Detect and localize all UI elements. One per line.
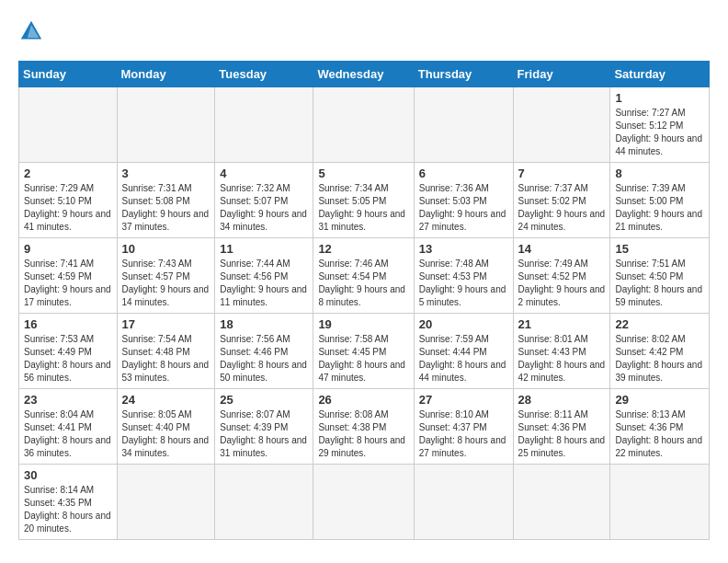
day-number: 4 bbox=[220, 167, 308, 180]
day-number: 13 bbox=[419, 242, 508, 256]
calendar-cell bbox=[513, 87, 610, 163]
day-info: Sunrise: 7:44 AM Sunset: 4:56 PM Dayligh… bbox=[220, 258, 308, 309]
day-number: 24 bbox=[122, 393, 210, 407]
calendar-cell: 13Sunrise: 7:48 AM Sunset: 4:53 PM Dayli… bbox=[414, 238, 513, 314]
calendar-header-wednesday: Wednesday bbox=[313, 62, 414, 87]
day-number: 26 bbox=[318, 393, 408, 407]
calendar-cell: 30Sunrise: 8:14 AM Sunset: 4:35 PM Dayli… bbox=[19, 465, 118, 540]
day-number: 23 bbox=[24, 393, 112, 407]
day-info: Sunrise: 8:01 AM Sunset: 4:43 PM Dayligh… bbox=[518, 333, 606, 385]
calendar-cell: 20Sunrise: 7:59 AM Sunset: 4:44 PM Dayli… bbox=[414, 314, 513, 389]
calendar-cell: 28Sunrise: 8:11 AM Sunset: 4:36 PM Dayli… bbox=[513, 389, 610, 465]
day-number: 16 bbox=[24, 317, 112, 331]
day-number: 12 bbox=[318, 242, 408, 256]
calendar-cell: 26Sunrise: 8:08 AM Sunset: 4:38 PM Dayli… bbox=[313, 389, 414, 465]
day-number: 1 bbox=[615, 91, 704, 105]
calendar-cell: 6Sunrise: 7:36 AM Sunset: 5:03 PM Daylig… bbox=[414, 163, 513, 238]
day-info: Sunrise: 7:53 AM Sunset: 4:49 PM Dayligh… bbox=[24, 333, 112, 385]
calendar-cell bbox=[215, 87, 313, 163]
day-info: Sunrise: 7:37 AM Sunset: 5:02 PM Dayligh… bbox=[518, 182, 606, 234]
calendar-header-tuesday: Tuesday bbox=[215, 62, 313, 87]
calendar-cell bbox=[610, 465, 710, 540]
day-number: 7 bbox=[518, 167, 606, 180]
calendar-cell bbox=[313, 87, 414, 163]
day-info: Sunrise: 7:41 AM Sunset: 4:59 PM Dayligh… bbox=[24, 258, 112, 309]
calendar-cell: 23Sunrise: 8:04 AM Sunset: 4:41 PM Dayli… bbox=[19, 389, 118, 465]
calendar-cell: 14Sunrise: 7:49 AM Sunset: 4:52 PM Dayli… bbox=[513, 238, 610, 314]
day-info: Sunrise: 7:59 AM Sunset: 4:44 PM Dayligh… bbox=[419, 333, 508, 385]
calendar-cell: 19Sunrise: 7:58 AM Sunset: 4:45 PM Dayli… bbox=[313, 314, 414, 389]
calendar-cell bbox=[117, 87, 215, 163]
calendar-header-friday: Friday bbox=[513, 62, 610, 87]
day-info: Sunrise: 8:11 AM Sunset: 4:36 PM Dayligh… bbox=[518, 408, 606, 460]
day-number: 28 bbox=[518, 393, 606, 407]
day-info: Sunrise: 7:39 AM Sunset: 5:00 PM Dayligh… bbox=[615, 182, 704, 234]
day-info: Sunrise: 7:34 AM Sunset: 5:05 PM Dayligh… bbox=[318, 182, 408, 234]
day-number: 22 bbox=[615, 317, 704, 331]
calendar-cell: 17Sunrise: 7:54 AM Sunset: 4:48 PM Dayli… bbox=[117, 314, 215, 389]
day-info: Sunrise: 7:56 AM Sunset: 4:46 PM Dayligh… bbox=[220, 333, 308, 385]
calendar-header-row: SundayMondayTuesdayWednesdayThursdayFrid… bbox=[19, 62, 710, 87]
calendar-cell: 1Sunrise: 7:27 AM Sunset: 5:12 PM Daylig… bbox=[610, 87, 710, 163]
calendar-week-row: 9Sunrise: 7:41 AM Sunset: 4:59 PM Daylig… bbox=[19, 238, 710, 314]
day-info: Sunrise: 7:36 AM Sunset: 5:03 PM Dayligh… bbox=[419, 182, 508, 234]
day-number: 6 bbox=[419, 167, 508, 180]
calendar-cell: 3Sunrise: 7:31 AM Sunset: 5:08 PM Daylig… bbox=[117, 163, 215, 238]
calendar-cell bbox=[414, 465, 513, 540]
day-info: Sunrise: 8:08 AM Sunset: 4:38 PM Dayligh… bbox=[318, 408, 408, 460]
calendar-cell: 24Sunrise: 8:05 AM Sunset: 4:40 PM Dayli… bbox=[117, 389, 215, 465]
calendar-week-row: 16Sunrise: 7:53 AM Sunset: 4:49 PM Dayli… bbox=[19, 314, 710, 389]
day-info: Sunrise: 7:29 AM Sunset: 5:10 PM Dayligh… bbox=[24, 182, 112, 234]
day-info: Sunrise: 8:10 AM Sunset: 4:37 PM Dayligh… bbox=[419, 408, 508, 460]
day-number: 8 bbox=[615, 167, 704, 180]
calendar-cell: 29Sunrise: 8:13 AM Sunset: 4:36 PM Dayli… bbox=[610, 389, 710, 465]
calendar-cell bbox=[117, 465, 215, 540]
day-number: 25 bbox=[220, 393, 308, 407]
calendar-cell bbox=[513, 465, 610, 540]
logo bbox=[18, 18, 48, 46]
calendar-week-row: 2Sunrise: 7:29 AM Sunset: 5:10 PM Daylig… bbox=[19, 163, 710, 238]
day-number: 10 bbox=[122, 242, 210, 256]
calendar-cell: 2Sunrise: 7:29 AM Sunset: 5:10 PM Daylig… bbox=[19, 163, 118, 238]
calendar-week-row: 30Sunrise: 8:14 AM Sunset: 4:35 PM Dayli… bbox=[19, 465, 710, 540]
calendar-cell bbox=[313, 465, 414, 540]
day-number: 14 bbox=[518, 242, 606, 256]
calendar-week-row: 23Sunrise: 8:04 AM Sunset: 4:41 PM Dayli… bbox=[19, 389, 710, 465]
calendar-header-monday: Monday bbox=[117, 62, 215, 87]
calendar-cell: 22Sunrise: 8:02 AM Sunset: 4:42 PM Dayli… bbox=[610, 314, 710, 389]
calendar-week-row: 1Sunrise: 7:27 AM Sunset: 5:12 PM Daylig… bbox=[19, 87, 710, 163]
calendar-cell: 15Sunrise: 7:51 AM Sunset: 4:50 PM Dayli… bbox=[610, 238, 710, 314]
day-number: 3 bbox=[122, 167, 210, 180]
day-number: 29 bbox=[615, 393, 704, 407]
day-info: Sunrise: 7:49 AM Sunset: 4:52 PM Dayligh… bbox=[518, 258, 606, 309]
day-number: 15 bbox=[615, 242, 704, 256]
calendar-cell: 5Sunrise: 7:34 AM Sunset: 5:05 PM Daylig… bbox=[313, 163, 414, 238]
day-number: 21 bbox=[518, 317, 606, 331]
calendar-cell: 18Sunrise: 7:56 AM Sunset: 4:46 PM Dayli… bbox=[215, 314, 313, 389]
day-info: Sunrise: 7:51 AM Sunset: 4:50 PM Dayligh… bbox=[615, 258, 704, 309]
day-number: 11 bbox=[220, 242, 308, 256]
calendar-cell bbox=[19, 87, 118, 163]
calendar-cell: 10Sunrise: 7:43 AM Sunset: 4:57 PM Dayli… bbox=[117, 238, 215, 314]
calendar-cell: 9Sunrise: 7:41 AM Sunset: 4:59 PM Daylig… bbox=[19, 238, 118, 314]
calendar-cell: 8Sunrise: 7:39 AM Sunset: 5:00 PM Daylig… bbox=[610, 163, 710, 238]
calendar-cell: 21Sunrise: 8:01 AM Sunset: 4:43 PM Dayli… bbox=[513, 314, 610, 389]
day-number: 27 bbox=[419, 393, 508, 407]
day-info: Sunrise: 8:05 AM Sunset: 4:40 PM Dayligh… bbox=[122, 408, 210, 460]
day-info: Sunrise: 7:43 AM Sunset: 4:57 PM Dayligh… bbox=[122, 258, 210, 309]
day-info: Sunrise: 8:14 AM Sunset: 4:35 PM Dayligh… bbox=[24, 484, 112, 535]
calendar-cell: 12Sunrise: 7:46 AM Sunset: 4:54 PM Dayli… bbox=[313, 238, 414, 314]
calendar-header-saturday: Saturday bbox=[610, 62, 710, 87]
day-number: 20 bbox=[419, 317, 508, 331]
day-info: Sunrise: 8:07 AM Sunset: 4:39 PM Dayligh… bbox=[220, 408, 308, 460]
calendar-cell: 27Sunrise: 8:10 AM Sunset: 4:37 PM Dayli… bbox=[414, 389, 513, 465]
day-info: Sunrise: 8:02 AM Sunset: 4:42 PM Dayligh… bbox=[615, 333, 704, 385]
day-number: 18 bbox=[220, 317, 308, 331]
day-number: 19 bbox=[318, 317, 408, 331]
day-info: Sunrise: 7:58 AM Sunset: 4:45 PM Dayligh… bbox=[318, 333, 408, 385]
calendar-cell: 4Sunrise: 7:32 AM Sunset: 5:07 PM Daylig… bbox=[215, 163, 313, 238]
day-number: 30 bbox=[24, 468, 112, 482]
day-info: Sunrise: 7:46 AM Sunset: 4:54 PM Dayligh… bbox=[318, 258, 408, 309]
day-info: Sunrise: 7:31 AM Sunset: 5:08 PM Dayligh… bbox=[122, 182, 210, 234]
day-number: 17 bbox=[122, 317, 210, 331]
